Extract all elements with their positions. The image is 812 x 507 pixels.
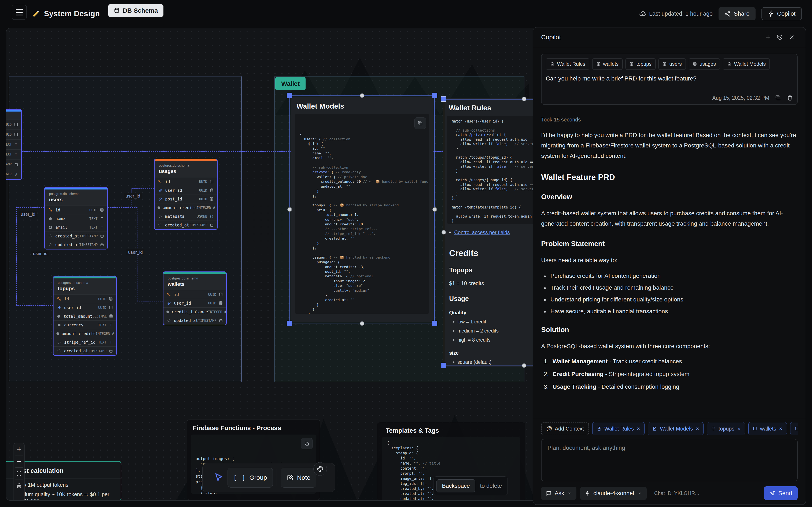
selection-midpoint[interactable]: [360, 321, 364, 326]
mode-select[interactable]: Ask: [541, 487, 576, 500]
table-row[interactable]: user_idUUID: [163, 299, 226, 307]
table-row[interactable]: total_amountDECIMAL: [53, 312, 116, 321]
model-select[interactable]: claude-4-sonnet: [580, 487, 647, 500]
composer-chip-topups[interactable]: topups×: [707, 422, 745, 435]
table-users[interactable]: postgres.db.schemausersidUUIDnameTEXTTem…: [44, 187, 108, 249]
send-button[interactable]: Send: [764, 486, 798, 500]
chevron-down-icon: [567, 491, 572, 496]
table-row[interactable]: user_idUUID: [155, 186, 217, 194]
selection-midpoint[interactable]: [522, 97, 526, 101]
group-button[interactable]: [ ] Group: [227, 468, 273, 488]
table-row[interactable]: TEXTT: [6, 149, 21, 159]
composer-chip-partial[interactable]: [790, 422, 798, 435]
table-row[interactable]: metadataJSONB{}: [155, 212, 217, 221]
context-chip-wallet-rules[interactable]: Wallet Rules: [546, 58, 589, 70]
selection-handle[interactable]: [432, 93, 437, 98]
remove-chip-icon[interactable]: ×: [779, 426, 782, 432]
remove-chip-icon[interactable]: ×: [637, 426, 640, 432]
table-row[interactable]: nameTEXTT: [45, 214, 107, 223]
table-row[interactable]: stripe_ref_idTEXTT: [53, 338, 116, 346]
table-row[interactable]: amount_creditsINTEGER#: [155, 203, 217, 212]
selection-handle[interactable]: [432, 321, 437, 326]
table-row[interactable]: user_idUUID: [53, 303, 116, 312]
selection-midpoint[interactable]: [360, 93, 364, 98]
selection-midpoint[interactable]: [442, 230, 446, 234]
item-number: 1.: [541, 358, 549, 365]
table-row[interactable]: idUUID: [163, 290, 226, 299]
relationship-label: user_id: [19, 211, 37, 217]
table-row[interactable]: emailTEXTT: [45, 223, 107, 231]
code-line: usages: { // 📦 handled by ai backend: [300, 255, 424, 260]
table-row[interactable]: created_atTIMESTAMP: [45, 231, 107, 240]
remove-chip-icon[interactable]: ×: [696, 426, 699, 432]
copy-code-button[interactable]: [301, 438, 312, 449]
composer-chip-wallets[interactable]: wallets×: [748, 422, 787, 435]
table-row[interactable]: created_atTIMESTAMP: [53, 346, 116, 355]
table-usages[interactable]: postgres.db.schemausagesidUUIDuser_idUUI…: [154, 159, 217, 230]
table-row[interactable]: updated_atTIMESTAMP: [45, 240, 107, 249]
prompt-input[interactable]: [541, 439, 798, 481]
context-chip-topups[interactable]: topups: [625, 58, 656, 70]
table-row[interactable]: TIMESTAMP: [6, 159, 21, 169]
style-palette-button[interactable]: [313, 462, 327, 476]
code-line: content: "",: [387, 466, 515, 471]
zoom-fit-button[interactable]: [14, 468, 24, 480]
field-name: post_id: [165, 197, 199, 201]
table-row[interactable]: currencyTEXTT: [53, 321, 116, 329]
table-wallets[interactable]: postgres.db.schemawalletsidUUIDuser_idUU…: [163, 272, 227, 325]
composer-chip-wallet-rules[interactable]: Wallet Rules×: [592, 422, 645, 435]
new-chat-icon[interactable]: [762, 31, 774, 43]
context-chip-wallets[interactable]: wallets: [592, 58, 622, 70]
copilot-button[interactable]: Copilot: [761, 7, 802, 20]
response-numbered-item: 2.Credit Purchasing - Stripe-integrated …: [541, 371, 798, 378]
table-row[interactable]: amount_creditsINTEGER#: [53, 329, 116, 338]
column-ring-icon: [48, 226, 53, 229]
history-icon[interactable]: [774, 31, 786, 43]
table-row[interactable]: created_atTIMESTAMP: [155, 221, 217, 229]
table-row[interactable]: UUID: [6, 129, 21, 139]
context-chip-usages[interactable]: usages: [689, 58, 720, 70]
table-topups[interactable]: postgres.db.schematopupsidUUIDuser_idUUI…: [53, 276, 117, 356]
selection-handle[interactable]: [441, 363, 446, 368]
remove-chip-icon[interactable]: ×: [738, 426, 741, 432]
table-row[interactable]: post_idUUID: [155, 194, 217, 203]
copy-code-button[interactable]: [414, 117, 426, 129]
table-row[interactable]: idUUID: [45, 206, 107, 214]
column-filled-icon: [158, 207, 160, 209]
lock-button[interactable]: [14, 480, 24, 492]
table-row[interactable]: idUUID: [155, 177, 217, 186]
selection-midpoint[interactable]: [522, 363, 526, 368]
table-row[interactable]: idUUID: [53, 294, 116, 303]
zoom-in-button[interactable]: +: [14, 443, 24, 455]
menu-icon[interactable]: [12, 5, 27, 20]
context-chip-wallet-models[interactable]: Wallet Models: [723, 58, 770, 70]
cursor-icon[interactable]: [213, 472, 224, 483]
relationship-label: user_id: [126, 249, 144, 255]
selection-handle[interactable]: [287, 93, 292, 98]
close-icon[interactable]: [786, 31, 798, 43]
tab-db-schema[interactable]: DB Schema: [108, 4, 163, 17]
table-row[interactable]: credits_balanceINTEGER#: [163, 307, 226, 316]
selection-handle[interactable]: [441, 96, 446, 102]
wallet-frame-label[interactable]: Wallet: [275, 77, 306, 90]
table-row[interactable]: INTEGER#: [6, 169, 21, 179]
table-schema: postgres.db.schema: [58, 281, 112, 285]
table-row[interactable]: updated_atTIMESTAMP: [163, 316, 226, 325]
note-button[interactable]: Note: [281, 468, 316, 488]
selection-midpoint[interactable]: [433, 207, 437, 212]
table-row[interactable]: TEXTT: [6, 139, 21, 149]
selection-handle[interactable]: [287, 321, 292, 326]
share-button[interactable]: Share: [718, 7, 756, 20]
add-context-button[interactable]: @ Add Context: [541, 422, 589, 435]
delete-message-icon[interactable]: [786, 95, 793, 101]
control-access-link[interactable]: Control access per fields: [454, 229, 510, 235]
composer-chip-wallet-models[interactable]: Wallet Models×: [648, 422, 704, 435]
wallet-models-node[interactable]: Wallet Models { users: { // collection $…: [291, 97, 434, 322]
zoom-out-button[interactable]: −: [14, 455, 24, 467]
partial-table[interactable]: UUIDUUIDTEXTTTEXTTTIMESTAMPINTEGER#: [6, 109, 22, 180]
selection-midpoint[interactable]: [287, 207, 292, 212]
table-row[interactable]: UUID: [6, 120, 21, 129]
context-chip-users[interactable]: users: [658, 58, 686, 70]
chat-scroll-area[interactable]: Wallet RuleswalletstopupsusersusagesWall…: [533, 47, 806, 418]
copy-message-icon[interactable]: [775, 95, 781, 101]
